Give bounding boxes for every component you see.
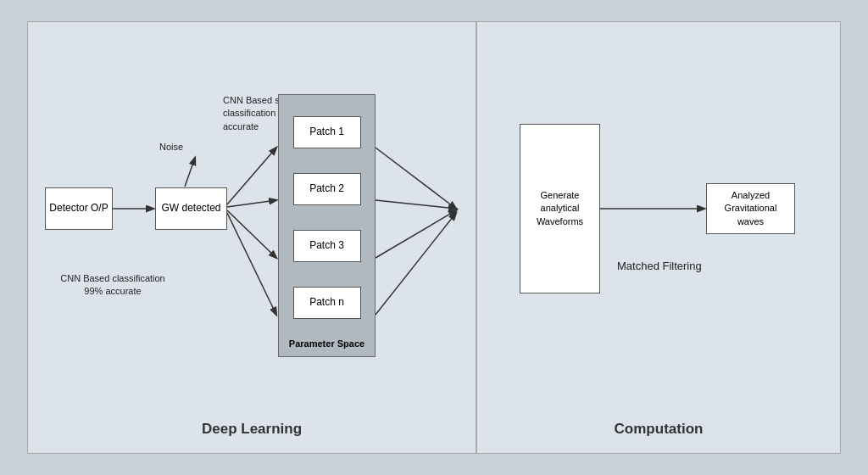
svg-line-6	[376, 148, 456, 209]
patch3-box: Patch 3	[293, 230, 361, 262]
patch2-box: Patch 2	[293, 173, 361, 205]
left-arrows	[28, 22, 476, 453]
svg-line-4	[227, 210, 276, 258]
svg-line-2	[227, 148, 276, 204]
detector-box: Detector O/P	[45, 187, 113, 230]
gw-label: GW detected	[161, 202, 220, 215]
left-panel: Detector O/P GW detected Noise CNN Based…	[28, 22, 477, 453]
parameter-space-box: Patch 1 Patch 2 Patch 3 Patch n Paramete…	[278, 94, 376, 357]
analyzed-label: Analyzed Gravitational waves	[707, 186, 794, 232]
diagram-wrapper: Detector O/P GW detected Noise CNN Based…	[27, 21, 841, 454]
analyzed-box: Analyzed Gravitational waves	[706, 183, 795, 234]
patchn-label: Patch n	[309, 296, 344, 310]
svg-line-5	[227, 213, 276, 315]
svg-line-9	[376, 213, 456, 315]
gen-waveform-label: Generate analytical Waveforms	[520, 186, 599, 232]
left-panel-label: Deep Learning	[202, 421, 302, 438]
right-panel-label: Computation	[615, 421, 704, 438]
patch2-label: Patch 2	[309, 182, 344, 196]
svg-line-7	[376, 200, 456, 209]
matched-annotation: Matched Filtering	[617, 260, 702, 272]
patch3-label: Patch 3	[309, 239, 344, 253]
detector-label: Detector O/P	[49, 202, 108, 215]
patchn-box: Patch n	[293, 287, 361, 319]
patch1-label: Patch 1	[309, 126, 344, 139]
patch1-box: Patch 1	[293, 116, 361, 148]
svg-line-8	[376, 210, 456, 258]
gen-waveform-box: Generate analytical Waveforms	[520, 124, 600, 293]
svg-line-3	[227, 200, 276, 207]
right-panel: Generate analytical Waveforms Matched Fi…	[477, 22, 840, 453]
svg-line-1	[185, 158, 195, 187]
gw-box: GW detected	[155, 187, 227, 230]
parameter-space-label: Parameter Space	[289, 338, 364, 349]
cnn-base-annotation: CNN Based classification 99% accurate	[58, 272, 168, 299]
noise-annotation: Noise	[159, 141, 183, 154]
